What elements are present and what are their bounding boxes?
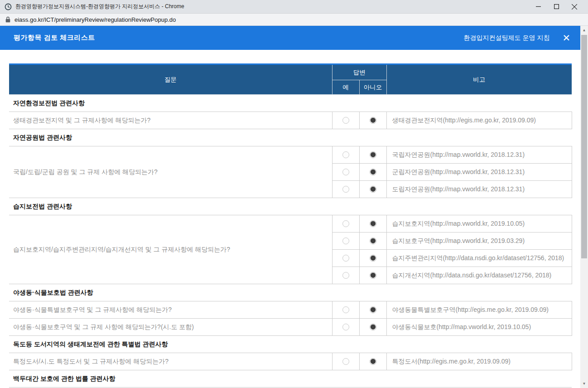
answer-row: 야생동·식물보호구역 및 그 규제 사항에 해당되는가?(시.도 포함)야생동식… — [9, 319, 572, 336]
question-text: 국립/도립/군립 공원 및 그 규제 사항에 해당되는가? — [9, 146, 332, 198]
scrollbar-thumb[interactable] — [581, 35, 587, 258]
section-title: 자연공원법 관련사항 — [9, 129, 572, 146]
answer-row: 습지보호지역/습지주변관리지역/습지개선지역 및 그 규제사항에 해당되는가?습… — [9, 215, 572, 233]
yes-cell — [332, 112, 359, 129]
page-url[interactable]: eiass.go.kr/ICT/preliminaryReview/regula… — [14, 16, 176, 23]
yes-cell — [332, 164, 359, 181]
yes-cell — [332, 233, 359, 250]
vertical-scrollbar[interactable]: ▲ ▼ — [580, 26, 588, 388]
remark-text: 습지보호지역(http://map.vworld.kr, 2019.10.05) — [386, 215, 572, 233]
no-cell — [359, 181, 386, 198]
remark-text: 야생동물특별보호구역(http://egis.me.go.kr, 2019.09… — [386, 301, 572, 319]
col-header-question: 질문 — [9, 64, 332, 95]
window-title: 환경영향평가정보지원시스템-환경영향평가 지리정보서비스 - Chrome — [15, 3, 184, 10]
favicon — [5, 3, 12, 10]
close-popup-icon[interactable]: ✕ — [562, 33, 570, 43]
yes-cell — [332, 319, 359, 336]
close-window-icon[interactable] — [565, 0, 583, 14]
remark-text: 습지보호구역(http://map.vworld.kr, 2019.03.29) — [386, 233, 572, 250]
radio-no[interactable] — [370, 117, 376, 124]
radio-yes[interactable] — [342, 324, 349, 330]
answer-row: 국립/도립/군립 공원 및 그 규제 사항에 해당되는가?국립자연공원(http… — [9, 146, 572, 164]
radio-yes[interactable] — [342, 186, 349, 193]
yes-cell — [332, 146, 359, 164]
yes-cell — [332, 250, 359, 267]
question-text: 생태경관보전지역 및 그 규제사항에 해당되는가? — [9, 112, 332, 129]
remark-text: 습지개선지역(http://data.nsdi.go.kr/dataset/12… — [386, 267, 572, 284]
remark-text: 특정도서(http://egis.me.go.kr, 2019.09.09) — [386, 353, 572, 370]
radio-yes[interactable] — [342, 255, 349, 262]
remark-text: 군립자연공원(http://map.vworld.kr, 2018.12.31) — [386, 164, 572, 181]
col-header-no: 아니오 — [359, 80, 386, 95]
checklist-content: 질문 답변 비고 예 아니오 자연환경보전법 관련사항생태경관보전지역 및 그 … — [0, 50, 588, 388]
question-text: 특정도서/시.도 특정도서 및 그 규제사항에 해당되는가? — [9, 353, 332, 370]
question-text: 야생동·식물특별보호구역 및 그 규제사항에 해당되는가? — [9, 301, 332, 319]
no-cell — [359, 233, 386, 250]
col-header-yes: 예 — [332, 80, 359, 95]
popup-title: 평가항목 검토 체크리스트 — [14, 34, 95, 42]
window-controls — [529, 0, 583, 14]
window-titlebar: 환경영향평가정보지원시스템-환경영향평가 지리정보서비스 - Chrome — [0, 0, 588, 14]
address-bar[interactable]: eiass.go.kr/ICT/preliminaryReview/regula… — [0, 14, 588, 26]
radio-no[interactable] — [370, 324, 376, 330]
no-cell — [359, 319, 386, 336]
radio-yes[interactable] — [342, 220, 349, 227]
radio-no[interactable] — [370, 272, 376, 279]
section-title: 독도등 도서지역의 생태계보전에 관한 특별법 관련사항 — [9, 336, 572, 353]
scroll-up-icon[interactable]: ▲ — [580, 26, 588, 34]
remark-text: 습지주변관리지역(http://data.nsdi.go.kr/dataset/… — [386, 250, 572, 267]
question-text: 습지보호지역/습지주변관리지역/습지개선지역 및 그 규제사항에 해당되는가? — [9, 215, 332, 284]
guide-link[interactable]: 환경입지컨설팅제도 운영 지침 — [464, 34, 550, 42]
maximize-icon[interactable] — [547, 0, 565, 14]
remark-text: 도립자연공원(http://map.vworld.kr, 2018.12.31) — [386, 181, 572, 198]
no-cell — [359, 164, 386, 181]
radio-yes[interactable] — [342, 238, 349, 244]
checklist-table: 질문 답변 비고 예 아니오 자연환경보전법 관련사항생태경관보전지역 및 그 … — [9, 63, 572, 388]
yes-cell — [332, 267, 359, 284]
lock-icon — [5, 16, 10, 23]
no-cell — [359, 146, 386, 164]
radio-yes[interactable] — [342, 272, 349, 279]
section-title: 야생동·식물보호법 관련사항 — [9, 284, 572, 301]
radio-no[interactable] — [370, 186, 376, 193]
radio-no[interactable] — [370, 306, 376, 313]
answer-row: 야생동·식물특별보호구역 및 그 규제사항에 해당되는가?야생동물특별보호구역(… — [9, 301, 572, 319]
yes-cell — [332, 353, 359, 370]
radio-no[interactable] — [370, 238, 376, 244]
radio-yes[interactable] — [342, 151, 349, 158]
no-cell — [359, 267, 386, 284]
no-cell — [359, 112, 386, 129]
minimize-icon[interactable] — [529, 0, 547, 14]
col-header-answer: 답변 — [332, 64, 386, 80]
scroll-down-icon[interactable]: ▼ — [580, 380, 588, 388]
no-cell — [359, 215, 386, 233]
remark-text: 국립자연공원(http://map.vworld.kr, 2018.12.31) — [386, 146, 572, 164]
radio-no[interactable] — [370, 220, 376, 227]
no-cell — [359, 353, 386, 370]
radio-no[interactable] — [370, 169, 376, 175]
radio-yes[interactable] — [342, 306, 349, 313]
no-cell — [359, 250, 386, 267]
question-text: 야생동·식물보호구역 및 그 규제 사항에 해당되는가?(시.도 포함) — [9, 319, 332, 336]
radio-yes[interactable] — [342, 117, 349, 124]
radio-yes[interactable] — [342, 358, 349, 365]
radio-no[interactable] — [370, 358, 376, 365]
yes-cell — [332, 181, 359, 198]
section-title: 자연환경보전법 관련사항 — [9, 95, 572, 112]
remark-text: 야생동식물보호(http://map.vworld.kr, 2019.10.05… — [386, 319, 572, 336]
radio-yes[interactable] — [342, 169, 349, 175]
no-cell — [359, 301, 386, 319]
yes-cell — [332, 301, 359, 319]
yes-cell — [332, 215, 359, 233]
col-header-remark: 비고 — [386, 64, 572, 95]
remark-text: 생태경관보전지역(http://egis.me.go.kr, 2019.09.0… — [386, 112, 572, 129]
section-title: 백두대간 보호에 관한 법률 관련사항 — [9, 370, 572, 388]
popup-header: 평가항목 검토 체크리스트 환경입지컨설팅제도 운영 지침 ✕ — [0, 26, 580, 50]
radio-no[interactable] — [370, 151, 376, 158]
answer-row: 특정도서/시.도 특정도서 및 그 규제사항에 해당되는가?특정도서(http:… — [9, 353, 572, 370]
answer-row: 생태경관보전지역 및 그 규제사항에 해당되는가?생태경관보전지역(http:/… — [9, 112, 572, 129]
radio-no[interactable] — [370, 255, 376, 262]
section-title: 습지보전법 관련사항 — [9, 198, 572, 215]
